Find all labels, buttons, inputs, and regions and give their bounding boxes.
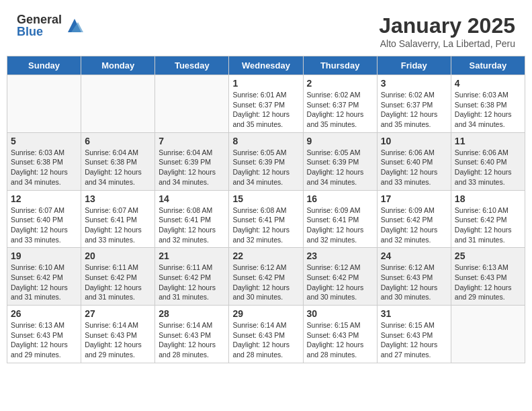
calendar-cell: 8Sunrise: 6:05 AM Sunset: 6:39 PM Daylig… (229, 132, 303, 190)
title-area: January 2025 Alto Salaverry, La Libertad… (379, 13, 515, 49)
weekday-header-thursday: Thursday (303, 56, 377, 75)
day-info: Sunrise: 6:05 AM Sunset: 6:39 PM Dayligh… (307, 148, 373, 187)
calendar-cell: 24Sunrise: 6:12 AM Sunset: 6:43 PM Dayli… (377, 248, 451, 306)
day-info: Sunrise: 6:01 AM Sunset: 6:37 PM Dayligh… (232, 90, 299, 130)
calendar-cell: 29Sunrise: 6:14 AM Sunset: 6:43 PM Dayli… (229, 306, 303, 363)
calendar-cell: 9Sunrise: 6:05 AM Sunset: 6:39 PM Daylig… (303, 132, 377, 190)
day-info: Sunrise: 6:02 AM Sunset: 6:37 PM Dayligh… (307, 90, 373, 130)
day-info: Sunrise: 6:15 AM Sunset: 6:43 PM Dayligh… (307, 320, 373, 360)
day-number: 30 (307, 308, 373, 319)
logo-blue-text: Blue (17, 26, 62, 38)
calendar-cell: 10Sunrise: 6:06 AM Sunset: 6:40 PM Dayli… (377, 132, 451, 190)
location-title: Alto Salaverry, La Libertad, Peru (379, 38, 515, 49)
calendar-week-4: 26Sunrise: 6:13 AM Sunset: 6:43 PM Dayli… (7, 306, 525, 363)
calendar-cell: 26Sunrise: 6:13 AM Sunset: 6:43 PM Dayli… (7, 306, 81, 363)
day-info: Sunrise: 6:09 AM Sunset: 6:41 PM Dayligh… (307, 205, 373, 245)
day-number: 4 (455, 78, 521, 89)
day-info: Sunrise: 6:12 AM Sunset: 6:43 PM Dayligh… (381, 263, 447, 302)
day-info: Sunrise: 6:06 AM Sunset: 6:40 PM Dayligh… (381, 148, 447, 187)
day-number: 8 (232, 136, 299, 146)
calendar-cell: 20Sunrise: 6:11 AM Sunset: 6:42 PM Dayli… (81, 248, 155, 306)
calendar-cell: 4Sunrise: 6:03 AM Sunset: 6:38 PM Daylig… (451, 75, 525, 133)
calendar-cell: 31Sunrise: 6:15 AM Sunset: 6:43 PM Dayli… (377, 306, 451, 363)
day-info: Sunrise: 6:13 AM Sunset: 6:43 PM Dayligh… (455, 263, 521, 302)
day-number: 17 (381, 193, 447, 204)
calendar-cell: 15Sunrise: 6:08 AM Sunset: 6:41 PM Dayli… (229, 190, 303, 248)
weekday-header-saturday: Saturday (451, 56, 525, 75)
calendar-cell: 22Sunrise: 6:12 AM Sunset: 6:42 PM Dayli… (229, 248, 303, 306)
calendar-cell: 27Sunrise: 6:14 AM Sunset: 6:43 PM Dayli… (81, 306, 155, 363)
calendar-cell: 28Sunrise: 6:14 AM Sunset: 6:43 PM Dayli… (155, 306, 229, 363)
day-info: Sunrise: 6:12 AM Sunset: 6:42 PM Dayligh… (307, 263, 373, 302)
day-number: 7 (159, 136, 225, 146)
calendar-week-2: 12Sunrise: 6:07 AM Sunset: 6:40 PM Dayli… (7, 190, 525, 248)
calendar-cell (81, 75, 155, 133)
day-info: Sunrise: 6:06 AM Sunset: 6:40 PM Dayligh… (455, 148, 521, 187)
day-info: Sunrise: 6:09 AM Sunset: 6:42 PM Dayligh… (381, 205, 447, 245)
weekday-header-sunday: Sunday (7, 56, 81, 75)
day-number: 1 (232, 78, 299, 89)
calendar-cell: 5Sunrise: 6:03 AM Sunset: 6:38 PM Daylig… (7, 132, 81, 190)
day-number: 20 (85, 250, 151, 261)
day-number: 15 (232, 193, 299, 204)
weekday-header-tuesday: Tuesday (155, 56, 229, 75)
day-number: 12 (11, 193, 77, 204)
calendar-cell: 7Sunrise: 6:04 AM Sunset: 6:39 PM Daylig… (155, 132, 229, 190)
day-number: 18 (455, 193, 521, 204)
calendar-cell: 23Sunrise: 6:12 AM Sunset: 6:42 PM Dayli… (303, 248, 377, 306)
day-number: 29 (232, 308, 299, 319)
day-info: Sunrise: 6:03 AM Sunset: 6:38 PM Dayligh… (11, 148, 77, 187)
calendar-cell: 19Sunrise: 6:10 AM Sunset: 6:42 PM Dayli… (7, 248, 81, 306)
calendar-week-1: 5Sunrise: 6:03 AM Sunset: 6:38 PM Daylig… (7, 132, 525, 190)
calendar-cell: 6Sunrise: 6:04 AM Sunset: 6:38 PM Daylig… (81, 132, 155, 190)
day-info: Sunrise: 6:14 AM Sunset: 6:43 PM Dayligh… (85, 320, 151, 360)
day-info: Sunrise: 6:08 AM Sunset: 6:41 PM Dayligh… (232, 205, 299, 245)
day-number: 24 (381, 250, 447, 261)
calendar-cell: 12Sunrise: 6:07 AM Sunset: 6:40 PM Dayli… (7, 190, 81, 248)
calendar-cell (155, 75, 229, 133)
calendar-cell (7, 75, 81, 133)
calendar-cell: 13Sunrise: 6:07 AM Sunset: 6:41 PM Dayli… (81, 190, 155, 248)
day-number: 3 (381, 78, 447, 89)
day-info: Sunrise: 6:14 AM Sunset: 6:43 PM Dayligh… (159, 320, 225, 360)
day-number: 28 (159, 308, 225, 319)
calendar-cell: 2Sunrise: 6:02 AM Sunset: 6:37 PM Daylig… (303, 75, 377, 133)
day-info: Sunrise: 6:04 AM Sunset: 6:39 PM Dayligh… (159, 148, 225, 187)
day-number: 25 (455, 250, 521, 261)
day-number: 31 (381, 308, 447, 319)
calendar-cell: 30Sunrise: 6:15 AM Sunset: 6:43 PM Dayli… (303, 306, 377, 363)
calendar-cell: 21Sunrise: 6:11 AM Sunset: 6:42 PM Dayli… (155, 248, 229, 306)
day-number: 26 (11, 308, 77, 319)
day-info: Sunrise: 6:07 AM Sunset: 6:41 PM Dayligh… (85, 205, 151, 245)
day-number: 19 (11, 250, 77, 261)
day-number: 5 (11, 136, 77, 146)
day-info: Sunrise: 6:02 AM Sunset: 6:37 PM Dayligh… (381, 90, 447, 130)
day-info: Sunrise: 6:15 AM Sunset: 6:43 PM Dayligh… (381, 320, 447, 360)
day-number: 9 (307, 136, 373, 146)
page-header: General Blue January 2025 Alto Salaverry… (7, 7, 525, 52)
calendar-cell: 18Sunrise: 6:10 AM Sunset: 6:42 PM Dayli… (451, 190, 525, 248)
calendar-cell: 11Sunrise: 6:06 AM Sunset: 6:40 PM Dayli… (451, 132, 525, 190)
calendar-cell: 1Sunrise: 6:01 AM Sunset: 6:37 PM Daylig… (229, 75, 303, 133)
month-title: January 2025 (379, 13, 515, 38)
day-info: Sunrise: 6:12 AM Sunset: 6:42 PM Dayligh… (232, 263, 299, 302)
day-info: Sunrise: 6:07 AM Sunset: 6:40 PM Dayligh… (11, 205, 77, 245)
logo-general-text: General (17, 13, 62, 26)
calendar-cell: 3Sunrise: 6:02 AM Sunset: 6:37 PM Daylig… (377, 75, 451, 133)
day-number: 11 (455, 136, 521, 146)
calendar-cell: 14Sunrise: 6:08 AM Sunset: 6:41 PM Dayli… (155, 190, 229, 248)
calendar-cell: 17Sunrise: 6:09 AM Sunset: 6:42 PM Dayli… (377, 190, 451, 248)
calendar-week-0: 1Sunrise: 6:01 AM Sunset: 6:37 PM Daylig… (7, 75, 525, 133)
day-info: Sunrise: 6:03 AM Sunset: 6:38 PM Dayligh… (455, 90, 521, 130)
day-info: Sunrise: 6:10 AM Sunset: 6:42 PM Dayligh… (11, 263, 77, 302)
day-number: 14 (159, 193, 225, 204)
day-number: 13 (85, 193, 151, 204)
calendar-cell: 16Sunrise: 6:09 AM Sunset: 6:41 PM Dayli… (303, 190, 377, 248)
day-number: 6 (85, 136, 151, 146)
logo: General Blue (17, 13, 85, 38)
calendar-cell (451, 306, 525, 363)
day-number: 10 (381, 136, 447, 146)
day-number: 27 (85, 308, 151, 319)
day-number: 16 (307, 193, 373, 204)
day-number: 21 (159, 250, 225, 261)
